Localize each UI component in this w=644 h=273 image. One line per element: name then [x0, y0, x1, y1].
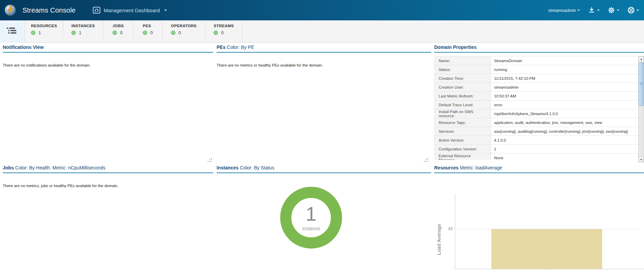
list-icon: [8, 28, 16, 35]
top-bar: Streams Console Management Dashboard str…: [0, 0, 644, 20]
settings-gear-icon: [607, 6, 615, 14]
domain-properties-panel: Domain Properties Name:StreamsDomain Sta…: [434, 44, 644, 162]
view-switcher-label: Management Dashboard: [104, 7, 160, 13]
instances-donut-chart[interactable]: 1 Instance: [280, 187, 342, 249]
jobs-count: 0: [120, 30, 122, 35]
empty-message: There are no metrics, jobs or healthy PE…: [3, 184, 213, 188]
domain-properties-body: Name:StreamsDomain Status:running Creati…: [434, 56, 644, 162]
load-average-bar-chart: Load Average 43 streamsqse.localdomain: [434, 175, 644, 273]
views-list-button[interactable]: [0, 20, 25, 43]
status-dot-icon: [113, 31, 117, 35]
view-switcher-menu[interactable]: Management Dashboard: [92, 0, 167, 20]
tab-resources[interactable]: RESOURCES 1: [25, 20, 63, 43]
domain-properties-table: Name:StreamsDomain Status:running Creati…: [434, 56, 638, 160]
table-row: Active Version:4.1.0.0: [435, 136, 638, 145]
chevron-down-icon: [637, 10, 639, 11]
scrollbar-grip-icon: [640, 83, 643, 86]
x-axis-line: [455, 269, 644, 269]
help-lifering-icon: [627, 6, 635, 14]
summary-tabs: RESOURCES 1 INSTANCES 1 JOBS 0 PES 0 OPE…: [25, 20, 242, 43]
top-bar-actions: streamsadmin: [548, 0, 639, 20]
table-row: Resource Tags:application, audit, authen…: [435, 118, 638, 127]
panel-title: Resources Metric: loadAverage: [434, 165, 644, 173]
notifications-panel: Notifications View There are no notifica…: [3, 44, 213, 162]
resources-count: 1: [38, 30, 41, 35]
panel-resize-grip[interactable]: [424, 158, 428, 162]
bar-streamsqse[interactable]: [491, 229, 602, 269]
scrollbar-up-button[interactable]: [639, 56, 644, 62]
panel-resize-grip[interactable]: [207, 158, 212, 162]
user-name: streamsadmin: [548, 8, 576, 13]
summary-tab-bar: RESOURCES 1 INSTANCES 1 JOBS 0 PES 0 OPE…: [0, 20, 644, 43]
table-row: Services:aas[running], auditlog[running]…: [435, 127, 638, 136]
resources-panel: Resources Metric: loadAverage Load Avera…: [434, 165, 644, 273]
jobs-panel: Jobs Color: By Health. Metric: nCpuMilli…: [3, 165, 213, 273]
table-row: Name:StreamsDomain: [435, 56, 638, 65]
dashboard-icon: [92, 6, 101, 14]
panel-title: PEs Color: By PE: [217, 44, 431, 53]
table-row: Creation Time:11/11/2015, 7:42:10 PM: [435, 74, 638, 83]
status-dot-icon: [143, 31, 147, 35]
instances-count: 1: [79, 30, 81, 35]
donut-center-value: 1: [306, 204, 317, 224]
table-row: Last Metric Refresh:10:50:37 AM: [435, 92, 638, 101]
chevron-down-icon: [597, 10, 600, 11]
y-axis-label: Load Average: [436, 205, 442, 273]
donut-center-label: Instance: [302, 226, 320, 231]
panel-title: Instances Color: By Status: [217, 165, 431, 173]
panel-title: Notifications View: [3, 44, 213, 53]
download-menu[interactable]: [588, 6, 600, 14]
tab-operators[interactable]: OPERATORS 0: [163, 20, 205, 43]
pes-count: 0: [150, 30, 153, 35]
tab-streams[interactable]: STREAMS 0: [205, 20, 242, 43]
table-row: Install Path on SWS resource:/opt/ibm/In…: [435, 109, 638, 118]
tab-jobs[interactable]: JOBS 0: [103, 20, 133, 43]
pes-panel: PEs Color: By PE There are no metrics or…: [217, 44, 431, 162]
status-dot-icon: [31, 31, 35, 35]
table-row: Creation User:streamsadmin: [435, 83, 638, 92]
streams-logo-icon: [4, 4, 16, 16]
table-row: Configuration Version:1: [435, 145, 638, 153]
tab-pes[interactable]: PES 0: [133, 20, 163, 43]
instances-panel: Instances Color: By Status 1 Instance: [217, 165, 431, 273]
chevron-down-icon: [617, 10, 620, 11]
arrow-up-icon: [640, 58, 642, 60]
app-title: Streams Console: [22, 0, 75, 20]
tab-instances[interactable]: INSTANCES 1: [63, 20, 103, 43]
chevron-down-icon: [164, 10, 167, 11]
empty-message: There are no metrics or healthy PEs avai…: [217, 63, 431, 67]
streams-count: 0: [221, 30, 223, 35]
empty-message: There are no notifications available for…: [3, 63, 213, 67]
table-row: Status:running: [435, 65, 638, 74]
table-row: Default Trace Level:error: [435, 101, 638, 109]
settings-menu[interactable]: [607, 6, 620, 14]
status-dot-icon: [171, 31, 175, 35]
operators-count: 0: [179, 30, 181, 35]
user-menu[interactable]: streamsadmin: [548, 8, 580, 13]
status-dot-icon: [214, 31, 218, 35]
table-row: External Resource Manager:None: [435, 153, 638, 160]
y-axis-line: [455, 194, 455, 269]
scrollbar-down-button[interactable]: [639, 157, 644, 162]
table-scrollbar[interactable]: [638, 56, 644, 162]
download-icon: [588, 6, 596, 14]
scrollbar-thumb[interactable]: [639, 62, 644, 106]
panel-title: Domain Properties: [434, 44, 644, 53]
arrow-down-icon: [640, 159, 642, 161]
chevron-down-icon: [577, 10, 580, 11]
x-tick-mark: [546, 269, 546, 271]
y-tick-label: 43: [440, 226, 453, 231]
status-dot-icon: [71, 31, 76, 35]
help-menu[interactable]: [627, 6, 639, 14]
panel-title: Jobs Color: By Health. Metric: nCpuMilli…: [3, 165, 213, 173]
